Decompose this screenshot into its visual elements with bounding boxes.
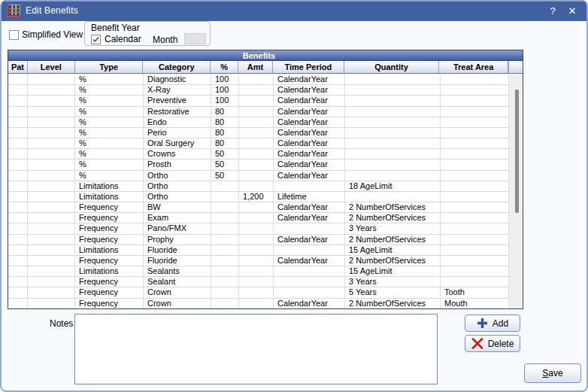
window-title: Edit Benefits xyxy=(26,5,78,16)
table-row[interactable]: FrequencySealant3 Years xyxy=(8,277,510,287)
table-cell xyxy=(8,277,28,287)
table-cell xyxy=(28,128,75,138)
column-header[interactable]: Amt xyxy=(238,61,273,73)
table-cell xyxy=(8,202,28,212)
table-row[interactable]: %Crowns50CalendarYear xyxy=(8,149,510,160)
table-row[interactable]: %X-Ray100CalendarYear xyxy=(8,85,510,96)
checkbox-unchecked-icon[interactable] xyxy=(9,30,19,40)
help-button[interactable]: ? xyxy=(544,2,561,19)
table-cell xyxy=(239,107,274,117)
table-cell xyxy=(239,256,274,266)
save-button[interactable]: Save xyxy=(524,363,581,383)
table-cell xyxy=(28,160,75,169)
table-cell xyxy=(441,266,510,276)
table-cell xyxy=(441,128,510,138)
table-row[interactable]: %Diagnostic100CalendarYear xyxy=(8,74,510,85)
table-cell: Tooth xyxy=(441,287,510,297)
table-cell: Exam xyxy=(144,213,211,223)
table-cell xyxy=(239,160,274,169)
table-cell: CalendarYear xyxy=(274,74,345,84)
table-row[interactable]: FrequencyCrownCalendarYear2 NumberOfServ… xyxy=(8,299,510,308)
table-cell: 50 xyxy=(211,171,239,181)
table-cell xyxy=(28,107,75,117)
edit-benefits-dialog: Edit Benefits ? ✕ Simplified View Benefi… xyxy=(0,0,588,392)
table-cell xyxy=(441,256,510,266)
column-header[interactable]: Time Period xyxy=(273,61,344,73)
table-row[interactable]: %Ortho50CalendarYear xyxy=(8,171,510,181)
table-cell xyxy=(28,149,75,159)
table-cell: Frequency xyxy=(75,287,144,297)
table-row[interactable]: %Preventive100CalendarYear xyxy=(8,96,510,106)
table-row[interactable]: FrequencyFluorideCalendarYear2 NumberOfS… xyxy=(8,256,510,266)
table-cell xyxy=(441,85,510,95)
table-cell xyxy=(8,85,28,95)
add-button[interactable]: Add xyxy=(465,315,520,332)
calendar-checkbox[interactable]: Calendar xyxy=(91,34,141,44)
table-cell: Lifetime xyxy=(274,192,345,202)
table-cell: % xyxy=(75,74,144,84)
table-cell xyxy=(8,223,28,233)
table-row[interactable]: FrequencyCrown5 YearsTooth xyxy=(8,287,510,298)
table-row[interactable]: %Endo80CalendarYear xyxy=(8,117,510,128)
table-cell xyxy=(441,235,510,245)
table-cell xyxy=(28,202,75,212)
column-header[interactable]: Category xyxy=(143,61,211,73)
table-row[interactable]: %Restorative80CalendarYear xyxy=(8,107,510,117)
table-cell xyxy=(239,128,274,138)
notes-label: Notes xyxy=(50,318,73,329)
column-header[interactable]: % xyxy=(211,61,238,73)
table-cell xyxy=(8,181,28,191)
app-logo-icon xyxy=(8,5,20,17)
checkbox-checked-icon[interactable] xyxy=(91,35,101,44)
table-cell: 2 NumberOfServices xyxy=(345,299,441,308)
table-cell xyxy=(441,181,510,191)
table-row[interactable]: LimitationsOrtho18 AgeLimit xyxy=(8,181,510,192)
table-cell xyxy=(274,223,345,233)
column-header[interactable]: Level xyxy=(28,61,75,73)
close-button[interactable]: ✕ xyxy=(564,2,580,19)
column-header[interactable]: Pat xyxy=(8,61,28,73)
benefits-grid-titlebar: Benefits xyxy=(8,50,523,61)
table-cell: Mouth xyxy=(441,299,510,308)
table-cell xyxy=(274,266,345,276)
plus-icon xyxy=(477,318,488,329)
table-row[interactable]: LimitationsSealants15 AgeLimit xyxy=(8,266,510,277)
table-cell: Limitations xyxy=(75,181,144,191)
table-cell: X-Ray xyxy=(144,85,211,95)
table-cell xyxy=(345,117,441,127)
table-row[interactable]: LimitationsFluoride15 AgeLimit xyxy=(8,245,510,256)
table-row[interactable]: LimitationsOrtho1,200Lifetime xyxy=(8,192,510,202)
table-row[interactable]: %Perio80CalendarYear xyxy=(8,128,510,138)
table-cell: % xyxy=(75,171,144,181)
table-cell xyxy=(239,171,274,181)
scrollbar-thumb[interactable] xyxy=(515,90,519,213)
table-row[interactable]: FrequencyBWCalendarYear2 NumberOfService… xyxy=(8,202,510,213)
table-row[interactable]: FrequencyExamCalendarYear2 NumberOfServi… xyxy=(8,213,510,223)
table-cell: Sealants xyxy=(144,266,211,276)
table-cell: Pano/FMX xyxy=(144,223,211,233)
table-row[interactable]: FrequencyProphyCalendarYear2 NumberOfSer… xyxy=(8,235,510,245)
table-row[interactable]: FrequencyPano/FMX3 Years xyxy=(8,223,510,234)
table-cell: % xyxy=(75,149,144,159)
simplified-view-checkbox[interactable]: Simplified View xyxy=(9,29,83,40)
table-cell: 2 NumberOfServices xyxy=(345,202,441,212)
table-cell xyxy=(345,107,441,117)
column-header[interactable]: Type xyxy=(75,61,144,73)
table-cell xyxy=(28,192,75,202)
table-cell xyxy=(28,245,75,255)
column-header[interactable]: Quantity xyxy=(344,61,440,73)
table-cell xyxy=(441,171,510,181)
delete-button[interactable]: Delete xyxy=(465,335,520,352)
benefits-grid-header: PatLevelTypeCategory%AmtTime PeriodQuant… xyxy=(8,61,523,74)
table-cell: Frequency xyxy=(75,213,144,223)
vertical-scrollbar[interactable] xyxy=(508,74,523,308)
table-cell: % xyxy=(75,107,144,117)
notes-input[interactable] xyxy=(74,314,438,384)
table-cell: % xyxy=(75,128,144,138)
table-row[interactable]: %Oral Surgery80CalendarYear xyxy=(8,138,510,149)
table-cell xyxy=(441,202,510,212)
benefits-grid-body: %Diagnostic100CalendarYear%X-Ray100Calen… xyxy=(8,74,510,308)
column-header[interactable]: Treat Area xyxy=(439,61,508,73)
table-row[interactable]: %Prosth50CalendarYear xyxy=(8,160,510,170)
table-cell xyxy=(211,181,239,191)
